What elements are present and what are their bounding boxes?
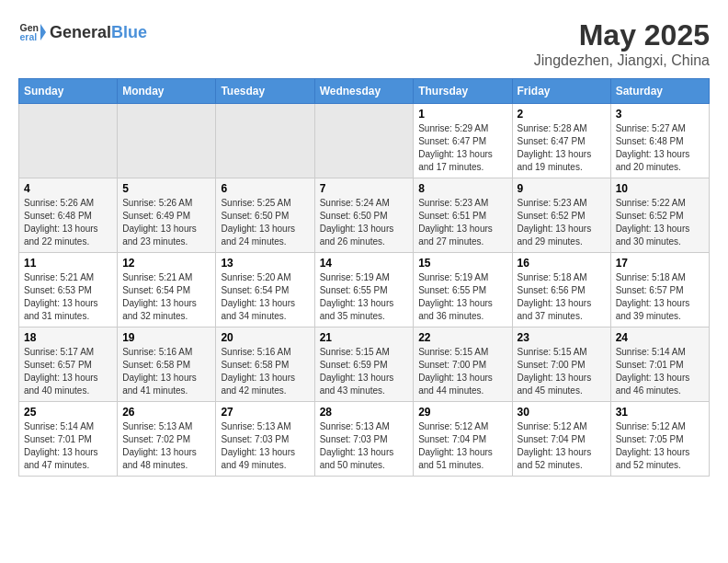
day-number: 18 xyxy=(24,331,112,344)
day-number: 27 xyxy=(221,406,309,419)
calendar-day-cell xyxy=(216,104,314,178)
calendar-day-cell: 31Sunrise: 5:12 AMSunset: 7:05 PMDayligh… xyxy=(610,402,709,477)
weekday-header: Sunday xyxy=(19,79,118,104)
day-number: 31 xyxy=(616,406,704,419)
day-info: Sunrise: 5:15 AMSunset: 6:59 PMDaylight:… xyxy=(320,346,409,397)
calendar-day-cell xyxy=(118,104,216,178)
day-number: 24 xyxy=(616,331,704,344)
day-number: 21 xyxy=(320,331,409,344)
calendar-day-cell: 7Sunrise: 5:24 AMSunset: 6:50 PMDaylight… xyxy=(314,178,414,253)
calendar-week-row: 18Sunrise: 5:17 AMSunset: 6:57 PMDayligh… xyxy=(19,327,710,402)
calendar-day-cell: 28Sunrise: 5:13 AMSunset: 7:03 PMDayligh… xyxy=(314,402,414,477)
day-info: Sunrise: 5:22 AMSunset: 6:52 PMDaylight:… xyxy=(616,197,704,248)
day-info: Sunrise: 5:14 AMSunset: 7:01 PMDaylight:… xyxy=(616,346,704,397)
calendar-table: SundayMondayTuesdayWednesdayThursdayFrid… xyxy=(18,78,710,477)
calendar-day-cell: 4Sunrise: 5:26 AMSunset: 6:48 PMDaylight… xyxy=(19,178,118,253)
calendar-day-cell: 11Sunrise: 5:21 AMSunset: 6:53 PMDayligh… xyxy=(19,253,118,327)
calendar-day-cell: 24Sunrise: 5:14 AMSunset: 7:01 PMDayligh… xyxy=(610,327,709,402)
weekday-header: Monday xyxy=(118,79,216,104)
day-number: 10 xyxy=(616,182,704,195)
day-info: Sunrise: 5:27 AMSunset: 6:48 PMDaylight:… xyxy=(616,122,704,174)
calendar-day-cell: 5Sunrise: 5:26 AMSunset: 6:49 PMDaylight… xyxy=(118,178,216,253)
calendar-day-cell: 6Sunrise: 5:25 AMSunset: 6:50 PMDaylight… xyxy=(216,178,314,253)
calendar-day-cell: 15Sunrise: 5:19 AMSunset: 6:55 PMDayligh… xyxy=(414,253,512,327)
day-number: 12 xyxy=(122,257,210,270)
day-number: 16 xyxy=(518,257,606,270)
day-number: 8 xyxy=(418,182,506,195)
calendar-day-cell: 25Sunrise: 5:14 AMSunset: 7:01 PMDayligh… xyxy=(19,402,118,477)
day-info: Sunrise: 5:12 AMSunset: 7:05 PMDaylight:… xyxy=(616,420,704,472)
calendar-week-row: 4Sunrise: 5:26 AMSunset: 6:48 PMDaylight… xyxy=(19,178,710,253)
day-info: Sunrise: 5:13 AMSunset: 7:03 PMDaylight:… xyxy=(320,420,409,472)
day-number: 9 xyxy=(518,182,606,195)
day-info: Sunrise: 5:24 AMSunset: 6:50 PMDaylight:… xyxy=(320,197,409,248)
logo-icon: Gen eral xyxy=(18,18,46,46)
day-number: 25 xyxy=(24,406,112,419)
calendar-day-cell: 10Sunrise: 5:22 AMSunset: 6:52 PMDayligh… xyxy=(610,178,709,253)
calendar-day-cell: 22Sunrise: 5:15 AMSunset: 7:00 PMDayligh… xyxy=(414,327,512,402)
day-number: 22 xyxy=(418,331,506,344)
day-info: Sunrise: 5:12 AMSunset: 7:04 PMDaylight:… xyxy=(418,420,506,472)
day-info: Sunrise: 5:18 AMSunset: 6:56 PMDaylight:… xyxy=(518,271,606,323)
day-info: Sunrise: 5:26 AMSunset: 6:48 PMDaylight:… xyxy=(24,197,112,248)
weekday-header-row: SundayMondayTuesdayWednesdayThursdayFrid… xyxy=(19,79,710,104)
day-number: 13 xyxy=(221,257,309,270)
subtitle: Jingdezhen, Jiangxi, China xyxy=(534,52,710,69)
calendar-day-cell: 23Sunrise: 5:15 AMSunset: 7:00 PMDayligh… xyxy=(512,327,610,402)
day-info: Sunrise: 5:20 AMSunset: 6:54 PMDaylight:… xyxy=(221,271,309,323)
day-info: Sunrise: 5:14 AMSunset: 7:01 PMDaylight:… xyxy=(24,420,112,472)
calendar-week-row: 11Sunrise: 5:21 AMSunset: 6:53 PMDayligh… xyxy=(19,253,710,327)
calendar-day-cell: 2Sunrise: 5:28 AMSunset: 6:47 PMDaylight… xyxy=(512,104,610,178)
day-info: Sunrise: 5:13 AMSunset: 7:02 PMDaylight:… xyxy=(122,420,210,472)
day-number: 5 xyxy=(122,182,210,195)
calendar-day-cell: 1Sunrise: 5:29 AMSunset: 6:47 PMDaylight… xyxy=(414,104,512,178)
day-info: Sunrise: 5:19 AMSunset: 6:55 PMDaylight:… xyxy=(320,271,409,323)
svg-text:eral: eral xyxy=(20,31,38,42)
calendar-day-cell: 19Sunrise: 5:16 AMSunset: 6:58 PMDayligh… xyxy=(118,327,216,402)
day-info: Sunrise: 5:12 AMSunset: 7:04 PMDaylight:… xyxy=(518,420,606,472)
day-info: Sunrise: 5:13 AMSunset: 7:03 PMDaylight:… xyxy=(221,420,309,472)
day-number: 14 xyxy=(320,257,409,270)
calendar-day-cell: 26Sunrise: 5:13 AMSunset: 7:02 PMDayligh… xyxy=(118,402,216,477)
day-number: 30 xyxy=(518,406,606,419)
day-number: 15 xyxy=(418,257,506,270)
calendar-day-cell: 13Sunrise: 5:20 AMSunset: 6:54 PMDayligh… xyxy=(216,253,314,327)
calendar-day-cell: 16Sunrise: 5:18 AMSunset: 6:56 PMDayligh… xyxy=(512,253,610,327)
day-info: Sunrise: 5:18 AMSunset: 6:57 PMDaylight:… xyxy=(616,271,704,323)
day-number: 23 xyxy=(518,331,606,344)
calendar-day-cell: 29Sunrise: 5:12 AMSunset: 7:04 PMDayligh… xyxy=(414,402,512,477)
logo-text-blue: Blue xyxy=(111,23,147,41)
calendar-day-cell: 9Sunrise: 5:23 AMSunset: 6:52 PMDaylight… xyxy=(512,178,610,253)
weekday-header: Tuesday xyxy=(216,79,314,104)
day-info: Sunrise: 5:16 AMSunset: 6:58 PMDaylight:… xyxy=(221,346,309,397)
day-number: 6 xyxy=(221,182,309,195)
svg-marker-2 xyxy=(40,24,46,40)
calendar-day-cell: 20Sunrise: 5:16 AMSunset: 6:58 PMDayligh… xyxy=(216,327,314,402)
day-number: 2 xyxy=(518,108,606,121)
day-info: Sunrise: 5:23 AMSunset: 6:52 PMDaylight:… xyxy=(518,197,606,248)
day-info: Sunrise: 5:15 AMSunset: 7:00 PMDaylight:… xyxy=(418,346,506,397)
day-number: 19 xyxy=(122,331,210,344)
day-info: Sunrise: 5:29 AMSunset: 6:47 PMDaylight:… xyxy=(418,122,506,174)
calendar-day-cell: 21Sunrise: 5:15 AMSunset: 6:59 PMDayligh… xyxy=(314,327,414,402)
day-number: 28 xyxy=(320,406,409,419)
day-info: Sunrise: 5:26 AMSunset: 6:49 PMDaylight:… xyxy=(122,197,210,248)
weekday-header: Saturday xyxy=(610,79,709,104)
calendar-day-cell xyxy=(314,104,414,178)
calendar-day-cell: 30Sunrise: 5:12 AMSunset: 7:04 PMDayligh… xyxy=(512,402,610,477)
calendar-day-cell: 8Sunrise: 5:23 AMSunset: 6:51 PMDaylight… xyxy=(414,178,512,253)
weekday-header: Friday xyxy=(512,79,610,104)
day-info: Sunrise: 5:21 AMSunset: 6:53 PMDaylight:… xyxy=(24,271,112,323)
day-number: 29 xyxy=(418,406,506,419)
day-info: Sunrise: 5:16 AMSunset: 6:58 PMDaylight:… xyxy=(122,346,210,397)
calendar-day-cell: 12Sunrise: 5:21 AMSunset: 6:54 PMDayligh… xyxy=(118,253,216,327)
calendar-week-row: 1Sunrise: 5:29 AMSunset: 6:47 PMDaylight… xyxy=(19,104,710,178)
logo-text-general: General xyxy=(50,23,111,41)
day-number: 26 xyxy=(122,406,210,419)
calendar-day-cell: 17Sunrise: 5:18 AMSunset: 6:57 PMDayligh… xyxy=(610,253,709,327)
day-number: 20 xyxy=(221,331,309,344)
day-info: Sunrise: 5:15 AMSunset: 7:00 PMDaylight:… xyxy=(518,346,606,397)
day-number: 4 xyxy=(24,182,112,195)
day-info: Sunrise: 5:25 AMSunset: 6:50 PMDaylight:… xyxy=(221,197,309,248)
calendar-day-cell: 27Sunrise: 5:13 AMSunset: 7:03 PMDayligh… xyxy=(216,402,314,477)
